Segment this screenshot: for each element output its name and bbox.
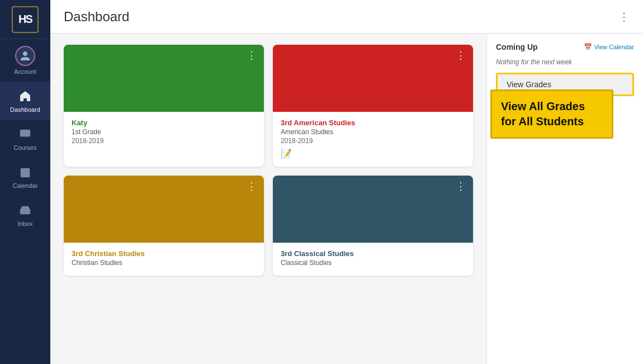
- card-banner: ⋮: [64, 176, 264, 243]
- card-body: Katy 1st Grade 2018-2019: [64, 112, 264, 156]
- card-menu-icon[interactable]: ⋮: [456, 50, 466, 60]
- card-student-name: Katy: [72, 119, 256, 127]
- calendar-icon: [17, 164, 33, 180]
- cards-section: ⋮ Katy 1st Grade 2018-2019 ⋮ 3rd America…: [50, 34, 486, 364]
- card-banner: ⋮: [273, 176, 473, 243]
- svg-rect-1: [21, 168, 30, 178]
- coming-up-title: Coming Up: [496, 42, 538, 51]
- card-course-name: American Studies: [281, 128, 465, 136]
- sidebar-item-courses[interactable]: Courses: [0, 120, 50, 158]
- inbox-icon: [17, 202, 33, 218]
- app-logo: HS: [0, 0, 50, 39]
- content-area: ⋮ Katy 1st Grade 2018-2019 ⋮ 3rd America…: [50, 34, 643, 364]
- card-body: 3rd Classical Studies Classical Studies: [273, 243, 473, 276]
- card-course-name: Classical Studies: [281, 259, 465, 267]
- sidebar-item-dashboard[interactable]: Dashboard: [0, 82, 50, 120]
- annotation-callout: View All Grades for All Students: [490, 89, 613, 139]
- card-menu-icon[interactable]: ⋮: [456, 181, 466, 191]
- course-card-card2[interactable]: ⋮ 3rd American Studies American Studies …: [273, 45, 473, 167]
- courses-icon: [17, 126, 33, 142]
- account-avatar: [15, 46, 35, 66]
- card-body: 3rd American Studies American Studies 20…: [273, 112, 473, 167]
- coming-up-header: Coming Up 📅 View Calendar: [496, 42, 634, 51]
- nothing-text: Nothing for the next week: [496, 58, 634, 66]
- card-action-icon[interactable]: 📝: [281, 149, 292, 158]
- card-banner: ⋮: [273, 45, 473, 112]
- card-course-name: 1st Grade: [72, 128, 256, 136]
- page-title: Dashboard: [64, 9, 129, 25]
- sidebar-item-label-courses: Courses: [14, 144, 37, 151]
- card-banner: ⋮: [64, 45, 264, 112]
- view-calendar-label: View Calendar: [594, 44, 634, 50]
- header: Dashboard ⋮: [50, 0, 643, 34]
- sidebar-item-label-inbox: Inbox: [18, 220, 33, 227]
- logo-box: HS: [12, 6, 39, 33]
- card-menu-icon[interactable]: ⋮: [247, 181, 257, 191]
- sidebar-item-label-calendar: Calendar: [13, 182, 38, 189]
- sidebar-item-calendar[interactable]: Calendar: [0, 158, 50, 196]
- sidebar-item-account[interactable]: Account: [0, 39, 50, 82]
- calendar-small-icon: 📅: [584, 43, 592, 51]
- svg-rect-7: [22, 175, 24, 177]
- right-panel: Coming Up 📅 View Calendar Nothing for th…: [486, 34, 643, 364]
- card-student-name: 3rd American Studies: [281, 119, 465, 127]
- course-card-card3[interactable]: ⋮ 3rd Christian Studies Christian Studie…: [64, 176, 264, 276]
- card-student-name: 3rd Christian Studies: [72, 249, 256, 258]
- sidebar-item-inbox[interactable]: Inbox: [0, 196, 50, 234]
- main-content: Dashboard ⋮ ⋮ Katy 1st Grade 2018-2019 ⋮…: [50, 0, 643, 364]
- card-menu-icon[interactable]: ⋮: [247, 50, 257, 60]
- sidebar-item-label-dashboard: Dashboard: [10, 106, 40, 113]
- card-year: 2018-2019: [72, 137, 256, 145]
- card-student-name: 3rd Classical Studies: [281, 249, 465, 258]
- cards-grid: ⋮ Katy 1st Grade 2018-2019 ⋮ 3rd America…: [64, 45, 473, 276]
- card-course-name: Christian Studies: [72, 259, 256, 267]
- svg-rect-6: [25, 173, 26, 174]
- header-menu-icon[interactable]: ⋮: [618, 10, 630, 23]
- course-card-card1[interactable]: ⋮ Katy 1st Grade 2018-2019: [64, 45, 264, 167]
- card-icon-row: 📝: [281, 148, 465, 159]
- sidebar-item-label-account: Account: [14, 68, 36, 75]
- view-calendar-link[interactable]: 📅 View Calendar: [584, 43, 634, 51]
- dashboard-icon: [17, 88, 33, 104]
- svg-rect-5: [22, 173, 24, 174]
- course-card-card4[interactable]: ⋮ 3rd Classical Studies Classical Studie…: [273, 176, 473, 276]
- sidebar: HS Account Dashboard: [0, 0, 50, 364]
- annotation-text: View All Grades for All Students: [501, 100, 585, 127]
- card-body: 3rd Christian Studies Christian Studies: [64, 243, 264, 276]
- view-grades-wrapper: View Grades: [496, 73, 634, 96]
- svg-rect-0: [20, 130, 30, 137]
- card-year: 2018-2019: [281, 137, 465, 145]
